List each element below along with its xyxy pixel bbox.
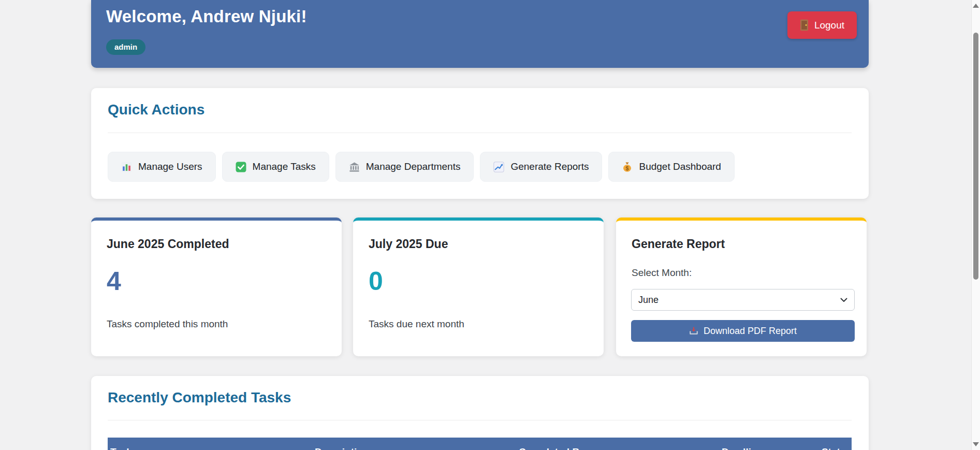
report-card-title: Generate Report [632, 237, 725, 251]
column-header: Status [819, 438, 852, 450]
stat-title: July 2025 Due [369, 237, 448, 251]
bar-chart-icon [121, 162, 132, 172]
scroll-up-arrow-icon[interactable] [973, 4, 979, 8]
page-title: Welcome, Andrew Njuki! [106, 7, 307, 26]
chart-up-icon [493, 162, 504, 172]
welcome-header: Welcome, Andrew Njuki! admin Logout [91, 0, 869, 68]
generate-reports-button[interactable]: Generate Reports [480, 152, 602, 182]
month-select[interactable]: June [631, 289, 855, 311]
column-header: Task [108, 438, 312, 450]
door-icon [800, 19, 809, 31]
stat-value: 4 [107, 268, 121, 294]
recent-tasks-card: Recently Completed Tasks Task Descriptio… [91, 376, 869, 450]
svg-text:$: $ [626, 165, 629, 171]
vertical-scrollbar[interactable] [971, 0, 980, 450]
generate-report-card: Generate Report Select Month: June Downl… [616, 217, 867, 356]
select-month-label: Select Month: [632, 267, 692, 279]
column-header: Deadline [719, 438, 819, 450]
stat-value: 0 [369, 268, 383, 294]
dashboard-page: Welcome, Andrew Njuki! admin Logout Quic… [0, 0, 980, 450]
bank-icon [349, 162, 360, 172]
download-pdf-button[interactable]: Download PDF Report [631, 320, 855, 342]
recent-tasks-title: Recently Completed Tasks [108, 389, 291, 406]
manage-tasks-label: Manage Tasks [253, 161, 316, 172]
download-tray-icon [689, 326, 698, 336]
completed-stat-card: June 2025 Completed 4 Tasks completed th… [91, 217, 342, 356]
stat-caption: Tasks completed this month [107, 318, 228, 330]
quick-actions-card: Quick Actions Manage Users Manage Tasks … [91, 88, 869, 199]
stat-title: June 2025 Completed [107, 237, 229, 251]
due-stat-card: July 2025 Due 0 Tasks due next month [353, 217, 604, 356]
generate-reports-label: Generate Reports [510, 161, 589, 172]
stat-caption: Tasks due next month [369, 318, 464, 330]
logout-label: Logout [814, 20, 844, 31]
manage-users-button[interactable]: Manage Users [108, 152, 216, 182]
column-header: Completed By [516, 438, 719, 450]
download-pdf-label: Download PDF Report [704, 326, 797, 337]
budget-dashboard-button[interactable]: $ Budget Dashboard [608, 152, 734, 182]
manage-tasks-button[interactable]: Manage Tasks [222, 152, 329, 182]
quick-actions-title: Quick Actions [108, 101, 204, 118]
budget-dashboard-label: Budget Dashboard [639, 161, 721, 172]
check-square-icon [236, 162, 246, 172]
manage-users-label: Manage Users [138, 161, 202, 172]
money-bag-icon: $ [622, 162, 633, 172]
divider [108, 133, 852, 133]
column-header: Description [312, 438, 516, 450]
scrollbar-thumb[interactable] [973, 33, 978, 280]
tasks-table-header: Task Description Completed By Deadline S… [108, 438, 852, 450]
manage-departments-label: Manage Departments [366, 161, 461, 172]
divider [108, 420, 852, 420]
quick-actions-row: Manage Users Manage Tasks Manage Departm… [108, 152, 735, 182]
logout-button[interactable]: Logout [787, 11, 857, 39]
manage-departments-button[interactable]: Manage Departments [335, 152, 474, 182]
role-badge: admin [106, 39, 145, 55]
scroll-down-arrow-icon[interactable] [973, 442, 979, 446]
